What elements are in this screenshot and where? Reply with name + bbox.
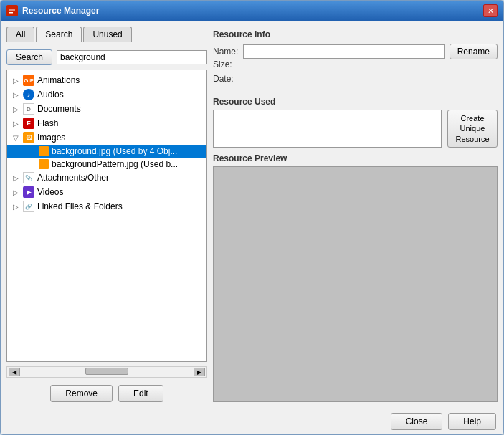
scroll-right-btn[interactable]: ▶ — [194, 368, 205, 376]
tree-item-label: Flash — [37, 118, 58, 128]
expand-icon: ▷ — [13, 105, 20, 113]
video-icon: ▶ — [23, 186, 34, 198]
tree-item-linked[interactable]: ▷ 🔗 Linked Files & Folders — [7, 199, 206, 214]
tree-item-attachments[interactable]: ▷ 📎 Attachments/Other — [7, 171, 206, 185]
svg-rect-3 — [9, 12, 13, 14]
expand-icon: ▷ — [13, 203, 20, 211]
expand-icon: ▷ — [13, 120, 20, 128]
bottom-buttons: Remove Edit — [6, 385, 207, 402]
right-panel: Resource Info Name: Rename Size: Date: R… — [213, 27, 498, 402]
size-row: Size: — [213, 59, 498, 70]
resource-manager-window: Resource Manager ✕ All Search Unused Sea… — [0, 0, 504, 435]
tree-item-images[interactable]: ▽ 🖼 Images — [7, 130, 206, 145]
title-bar: Resource Manager ✕ — [1, 1, 503, 21]
resource-preview-label: Resource Preview — [213, 153, 498, 163]
date-row: Date: — [213, 74, 498, 84]
scroll-left-btn[interactable]: ◀ — [9, 368, 20, 376]
search-row: Search — [6, 49, 207, 65]
resource-info-section: Resource Info Name: Rename Size: Date: — [213, 27, 498, 91]
expand-icon: ▽ — [13, 134, 20, 142]
create-unique-button[interactable]: CreateUniqueResource — [447, 110, 498, 148]
expand-icon: ▷ — [13, 174, 20, 182]
flash-icon: F — [23, 118, 34, 129]
resource-used-area — [213, 110, 442, 148]
images-icon: 🖼 — [23, 132, 34, 143]
search-input[interactable] — [57, 50, 207, 64]
tree-item-label: Animations — [37, 75, 80, 85]
name-row: Name: Rename — [213, 44, 498, 59]
expand-icon: ▷ — [13, 91, 20, 99]
tree-item-label: Images — [37, 133, 65, 143]
resource-preview-section: Resource Preview — [213, 153, 498, 402]
tree-item-videos[interactable]: ▷ ▶ Videos — [7, 185, 206, 199]
tab-all[interactable]: All — [6, 27, 34, 42]
tree-item-label: Documents — [37, 104, 81, 114]
tree-item-documents[interactable]: ▷ D Documents — [7, 102, 206, 116]
audio-icon: ♪ — [23, 89, 34, 100]
attach-icon: 📎 — [23, 172, 34, 183]
horizontal-scrollbar[interactable]: ◀ ▶ — [6, 366, 207, 378]
tab-search[interactable]: Search — [36, 27, 82, 42]
img-file-icon — [39, 159, 49, 169]
search-button[interactable]: Search — [6, 49, 52, 65]
close-window-button[interactable]: ✕ — [483, 4, 498, 17]
tree-item-label: Attachments/Other — [37, 173, 109, 183]
window-body: All Search Unused Search ▷ GIF Animation… — [1, 21, 503, 408]
tree-item-animations[interactable]: ▷ GIF Animations — [7, 73, 206, 87]
resource-used-row: CreateUniqueResource — [213, 110, 498, 148]
tree-item-background-pattern[interactable]: backgroundPattern.jpg (Used b... — [7, 158, 206, 171]
window-title: Resource Manager — [22, 6, 99, 16]
edit-button[interactable]: Edit — [118, 385, 163, 402]
tree-item-label: background.jpg (Used by 4 Obj... — [52, 146, 177, 156]
remove-button[interactable]: Remove — [50, 385, 113, 402]
tabs-row: All Search Unused — [6, 27, 207, 42]
tab-unused[interactable]: Unused — [83, 27, 131, 42]
tree-item-audios[interactable]: ▷ ♪ Audios — [7, 87, 206, 102]
name-label: Name: — [213, 47, 239, 57]
size-label: Size: — [213, 59, 239, 70]
app-icon — [6, 5, 18, 16]
svg-rect-1 — [9, 9, 15, 10]
window-footer: Close Help — [1, 408, 503, 434]
resource-info-title: Resource Info — [213, 29, 498, 39]
gif-icon: GIF — [23, 75, 34, 86]
expand-icon: ▷ — [13, 188, 20, 196]
tree-item-flash[interactable]: ▷ F Flash — [7, 116, 206, 130]
help-button[interactable]: Help — [448, 413, 496, 430]
svg-rect-2 — [9, 11, 15, 12]
scrollbar-track[interactable] — [20, 368, 194, 376]
link-icon: 🔗 — [23, 201, 34, 212]
resource-tree: ▷ GIF Animations ▷ ♪ Audios ▷ D Document… — [6, 70, 207, 362]
resource-used-box — [213, 110, 442, 148]
doc-icon: D — [23, 103, 34, 115]
tree-item-label: Videos — [37, 187, 63, 197]
rename-button[interactable]: Rename — [450, 44, 498, 59]
img-file-icon — [39, 146, 49, 156]
date-label: Date: — [213, 74, 239, 84]
scrollbar-thumb[interactable] — [85, 368, 128, 375]
tree-item-background-jpg[interactable]: background.jpg (Used by 4 Obj... — [7, 145, 206, 158]
expand-icon: ▷ — [13, 77, 20, 85]
tree-item-label: Linked Files & Folders — [37, 201, 123, 211]
left-panel: All Search Unused Search ▷ GIF Animation… — [6, 27, 207, 402]
resource-used-section: Resource Used CreateUniqueResource — [213, 97, 498, 148]
resource-used-label: Resource Used — [213, 97, 498, 107]
tree-item-label: Audios — [37, 90, 64, 100]
name-input[interactable] — [243, 44, 445, 59]
tree-item-label: backgroundPattern.jpg (Used b... — [52, 159, 178, 169]
resource-preview-box — [213, 166, 498, 402]
close-button[interactable]: Close — [391, 413, 443, 430]
